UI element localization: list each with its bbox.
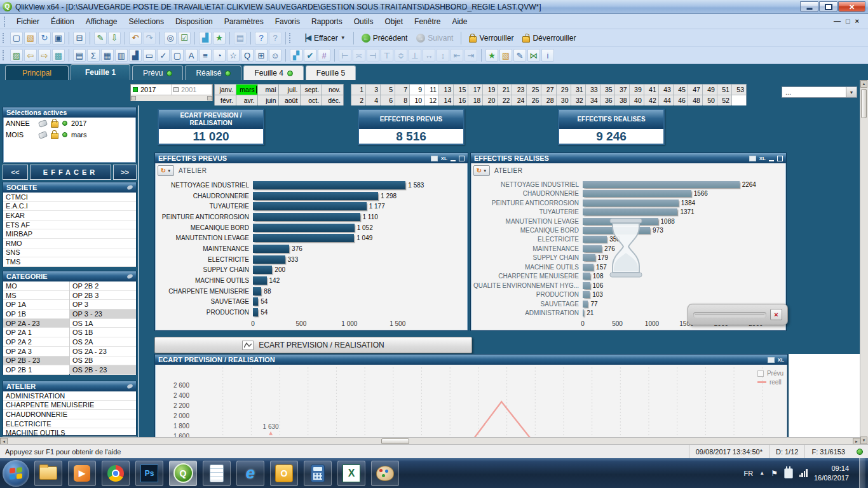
fast-chart-change-icon[interactable]: ▞: [290, 49, 302, 62]
bar-category-label[interactable]: SUPPLY CHAIN: [473, 254, 583, 261]
effacer-button[interactable]: ▕◀ Effacer ▼: [296, 32, 350, 44]
list-item-os-2b-23[interactable]: OS 2B - 23: [70, 365, 136, 375]
bar-category-label[interactable]: PEINTURE ANTICORROSION: [158, 214, 253, 220]
format-painter-icon[interactable]: ✔: [304, 49, 316, 62]
taskbar-paint-icon[interactable]: [371, 461, 399, 486]
effectifs-prevus-chart[interactable]: EFFECTIFS PREVUS XL ↻▼ ATELIER NETTOYAGE…: [154, 152, 468, 331]
week-cell-42[interactable]: 42: [644, 95, 658, 105]
week-cell-45[interactable]: 45: [674, 85, 688, 95]
categorie-header[interactable]: CATEGORIE: [3, 271, 136, 281]
text-object-icon[interactable]: A: [185, 49, 198, 62]
bar-category-label[interactable]: MACHINE OUTILS: [473, 264, 583, 271]
table-box-icon[interactable]: ▦: [101, 49, 114, 62]
save-icon[interactable]: ▣: [52, 32, 65, 44]
list-item-op-2a-23[interactable]: OP 2A - 23: [3, 319, 69, 329]
tab-realise[interactable]: Réalisé: [185, 65, 241, 80]
ecart-line-chart[interactable]: ECART PREVISION / REALISATION XL 2 6002 …: [154, 354, 788, 440]
menu-fenetre[interactable]: Fenêtre: [409, 15, 446, 28]
bar-segment[interactable]: [583, 190, 691, 197]
bar-category-label[interactable]: MECANIQUE BORD: [473, 227, 583, 234]
bar-segment[interactable]: [253, 276, 267, 285]
list-item-e-a-c-i[interactable]: E.A.C.I: [3, 202, 136, 212]
menu-parametres[interactable]: Paramètres: [219, 15, 269, 28]
edit-module-icon[interactable]: ✎: [513, 49, 526, 62]
week-cell-29[interactable]: 29: [557, 85, 571, 95]
week-cell-1[interactable]: 1: [351, 85, 365, 95]
edit-script-icon[interactable]: ✎: [94, 32, 107, 44]
month-cell-avr[interactable]: avr.: [236, 95, 257, 105]
week-cell-41[interactable]: 41: [644, 85, 658, 95]
current-selections-box-icon[interactable]: ✓: [157, 49, 170, 62]
scroll-down-icon[interactable]: ▼: [860, 437, 867, 444]
align-bottom-icon[interactable]: ⊥: [409, 49, 421, 62]
mdi-restore-icon[interactable]: □: [846, 18, 850, 25]
snap-left-icon[interactable]: ⇤: [451, 49, 463, 62]
whats-this-icon[interactable]: ?: [269, 32, 281, 44]
filter-dropdown[interactable]: ... ▼: [782, 86, 857, 98]
month-cell-juin[interactable]: juin: [258, 95, 279, 105]
list-item-machine-outils[interactable]: MACHINE OUTILS: [3, 428, 136, 436]
hidden-icons-arrow-icon[interactable]: ▲: [759, 470, 764, 476]
week-cell-9[interactable]: 9: [410, 85, 424, 95]
week-cell-16[interactable]: 16: [454, 95, 468, 105]
print-icon[interactable]: [749, 156, 756, 161]
week-cell-21[interactable]: 21: [498, 85, 512, 95]
list-item-ekar[interactable]: EKAR: [3, 211, 136, 220]
chart-caption[interactable]: EFFECTIFS REALISES XL: [471, 153, 786, 163]
space-vertically-icon[interactable]: ↕: [437, 49, 449, 62]
action-center-flag-icon[interactable]: ⚑: [771, 469, 778, 478]
bar-segment[interactable]: [583, 200, 679, 207]
suivant-button[interactable]: → Suivant: [412, 32, 458, 44]
week-cell-48[interactable]: 48: [688, 95, 702, 105]
bar-segment[interactable]: [583, 309, 584, 316]
week-cell-14[interactable]: 14: [439, 95, 453, 105]
chevron-down-icon[interactable]: ▼: [846, 87, 857, 97]
list-item-os-2a-23[interactable]: OS 2A - 23: [70, 347, 136, 356]
bar-segment[interactable]: [583, 245, 602, 252]
week-cell-25[interactable]: 25: [527, 85, 541, 95]
month-cell-mars[interactable]: mars: [236, 85, 257, 95]
space-horizontally-icon[interactable]: ↔: [423, 49, 435, 62]
week-cell-15[interactable]: 15: [454, 85, 468, 95]
week-cell-46[interactable]: 46: [674, 95, 688, 105]
week-cell-3[interactable]: 3: [366, 85, 380, 95]
bar-category-label[interactable]: CHAUDRONNERIE: [158, 193, 253, 200]
bar-category-label[interactable]: ELECTRICITE: [158, 256, 253, 263]
societe-header[interactable]: SOCIETE: [3, 182, 136, 193]
design-grid-icon[interactable]: #: [318, 49, 330, 62]
tab-principal[interactable]: Principal: [5, 65, 69, 80]
bar-segment[interactable]: [583, 208, 677, 215]
ecart-prevision-button[interactable]: ECART PREVISION / REALISATION: [154, 337, 472, 353]
bar-segment[interactable]: [253, 181, 405, 189]
menu-aide[interactable]: Aide: [446, 15, 473, 28]
taskbar-excel-icon[interactable]: X: [337, 461, 365, 486]
bookmark-object-icon[interactable]: ☆: [227, 49, 240, 62]
align-right-icon[interactable]: ⊣: [367, 49, 379, 62]
taskbar-qlikview-icon[interactable]: Q: [169, 461, 197, 486]
taskbar-chrome-icon[interactable]: [102, 461, 130, 486]
bar-segment[interactable]: [253, 234, 354, 242]
week-cell-39[interactable]: 39: [630, 85, 644, 95]
week-cell-51[interactable]: 51: [717, 85, 731, 95]
list-item-op-2a-2[interactable]: OP 2A 2: [3, 337, 69, 347]
bar-category-label[interactable]: NETTOYAGE INDUSTRIEL: [158, 182, 253, 189]
list-item-op-2a-1[interactable]: OP 2A 1: [3, 328, 69, 337]
cycle-dimension-button[interactable]: ↻▼: [473, 165, 490, 176]
step-back-button[interactable]: <<: [3, 165, 28, 180]
week-cell-8[interactable]: 8: [395, 95, 409, 105]
bar-category-label[interactable]: TUYAUTERIE: [158, 203, 253, 210]
share-icon[interactable]: ⋈: [527, 49, 540, 62]
list-item-op-3[interactable]: OP 3: [70, 300, 136, 309]
week-cell-19[interactable]: 19: [483, 85, 497, 95]
taskbar-photoshop-icon[interactable]: Ps: [135, 461, 163, 486]
demote-sheet-icon[interactable]: ⇨: [38, 49, 51, 62]
bar-segment[interactable]: [583, 273, 590, 280]
week-cell-40[interactable]: 40: [630, 95, 644, 105]
bar-segment[interactable]: [253, 213, 360, 221]
print-icon[interactable]: [768, 357, 775, 363]
bar-segment[interactable]: [583, 254, 595, 261]
week-cell-17[interactable]: 17: [468, 85, 482, 95]
container-object-icon[interactable]: ⊞: [255, 49, 268, 62]
week-cell-49[interactable]: 49: [703, 85, 717, 95]
vscroll-thumb[interactable]: [861, 89, 867, 118]
